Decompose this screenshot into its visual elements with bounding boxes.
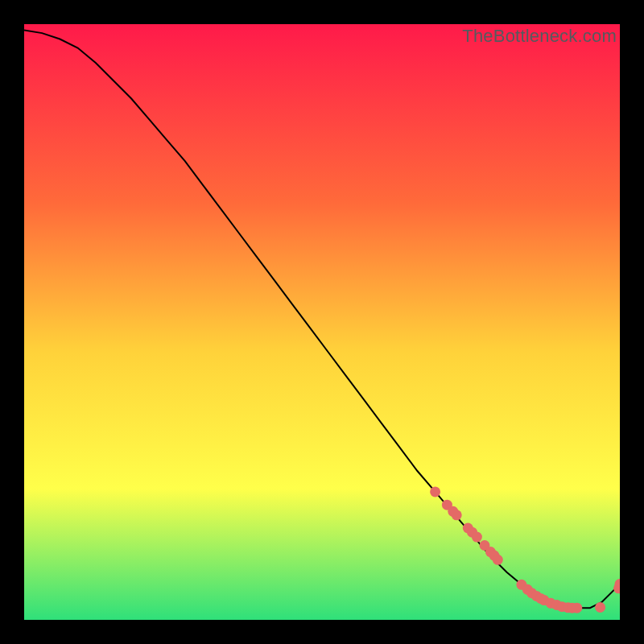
chart-svg [24,24,620,620]
plot-area [24,24,620,620]
data-marker [430,486,440,497]
data-marker [472,532,482,543]
data-marker [452,510,462,520]
data-marker [572,603,582,613]
data-marker [493,555,503,565]
gradient-bg [24,24,620,620]
data-marker [595,602,605,613]
watermark-label: TheBottleneck.com [462,26,617,47]
chart-container: TheBottleneck.com [0,0,644,644]
